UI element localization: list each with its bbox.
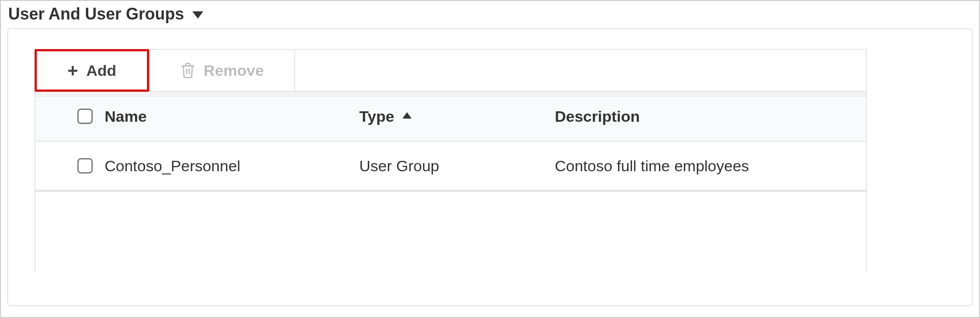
column-header-type-label: Type bbox=[359, 108, 394, 125]
select-all-cell bbox=[77, 109, 105, 124]
table-container: + Add Remove bbox=[35, 49, 867, 273]
column-header-name[interactable]: Name bbox=[105, 108, 359, 125]
toolbar: + Add Remove bbox=[35, 50, 866, 92]
select-all-checkbox[interactable] bbox=[77, 109, 93, 124]
row-checkbox[interactable] bbox=[77, 158, 93, 174]
column-header-description-label: Description bbox=[555, 108, 640, 125]
column-header-name-label: Name bbox=[105, 108, 147, 125]
table-row[interactable]: Contoso_Personnel User Group Contoso ful… bbox=[35, 142, 866, 191]
cell-type: User Group bbox=[359, 157, 555, 175]
row-checkbox-cell bbox=[77, 158, 105, 174]
caret-down-icon bbox=[192, 11, 203, 19]
toolbar-spacer bbox=[295, 50, 866, 91]
cell-name: Contoso_Personnel bbox=[105, 157, 359, 175]
remove-button: Remove bbox=[149, 50, 295, 91]
plus-icon: + bbox=[67, 61, 78, 80]
section-panel: + Add Remove bbox=[7, 28, 973, 306]
table-header: Name Type Description bbox=[35, 92, 866, 142]
section-header[interactable]: User And User Groups bbox=[5, 5, 975, 24]
cell-description: Contoso full time employees bbox=[555, 157, 866, 175]
section-title: User And User Groups bbox=[8, 5, 184, 24]
add-button-label: Add bbox=[86, 62, 116, 80]
user-groups-section: User And User Groups + Add bbox=[0, 0, 980, 318]
remove-button-label: Remove bbox=[204, 62, 264, 80]
column-header-description[interactable]: Description bbox=[555, 108, 866, 125]
add-button[interactable]: + Add bbox=[35, 49, 149, 92]
table-empty-area bbox=[35, 191, 866, 192]
column-header-type[interactable]: Type bbox=[359, 108, 555, 125]
trash-icon bbox=[180, 62, 196, 79]
sort-asc-icon bbox=[402, 112, 412, 119]
